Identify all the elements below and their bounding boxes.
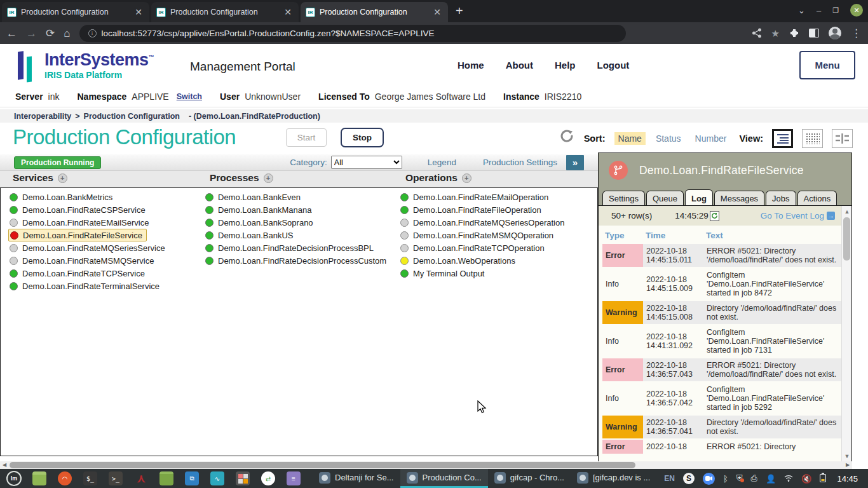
- extensions-icon[interactable]: [789, 28, 799, 38]
- taskbar-window-button[interactable]: Production Co...: [400, 469, 488, 488]
- maximize-icon[interactable]: ❐: [832, 6, 839, 15]
- expand-panel-button[interactable]: »: [566, 155, 584, 170]
- breadcrumb-interoperability[interactable]: Interoperability: [14, 112, 71, 121]
- terminal-icon[interactable]: $_: [83, 471, 97, 485]
- folder-icon[interactable]: [159, 471, 173, 485]
- sort-by-name[interactable]: Name: [614, 132, 646, 145]
- add-service-button[interactable]: +: [58, 173, 67, 183]
- log-col-type[interactable]: Type: [602, 227, 643, 243]
- scroll-left-icon[interactable]: ◀: [0, 461, 9, 469]
- portal-nav-about[interactable]: About: [506, 60, 533, 71]
- minimize-icon[interactable]: –: [817, 6, 821, 15]
- reload-icon[interactable]: ⟳: [46, 28, 55, 39]
- tab-log[interactable]: Log: [685, 189, 713, 205]
- config-item[interactable]: Demo.Loan.FindRateDecisionProcessCustom: [204, 254, 398, 267]
- tab-search-chevron-icon[interactable]: ⌄: [798, 6, 805, 15]
- tab-messages[interactable]: Messages: [714, 191, 764, 205]
- refresh-spinner-icon[interactable]: [559, 128, 575, 144]
- config-item[interactable]: Demo.Loan.FindRateFileService: [8, 229, 147, 241]
- config-item[interactable]: Demo.Loan.BankMetrics: [8, 191, 202, 203]
- scroll-up-icon[interactable]: ▲: [842, 207, 851, 216]
- view-list-button[interactable]: [772, 129, 793, 148]
- sync-app-icon[interactable]: ⇄: [261, 471, 275, 485]
- bluetooth-icon[interactable]: ᛒ: [723, 474, 728, 484]
- files-window-icon[interactable]: [32, 471, 46, 485]
- log-col-text[interactable]: Text: [703, 227, 841, 243]
- mint-menu-icon[interactable]: lm: [6, 471, 22, 486]
- scrollbar-thumb[interactable]: [843, 217, 850, 261]
- url-bar[interactable]: i localhost:52773/csp/applive/EnsPortal.…: [79, 25, 626, 42]
- add-operation-button[interactable]: +: [462, 173, 471, 183]
- sort-by-number[interactable]: Number: [691, 132, 731, 145]
- wifi-icon[interactable]: [784, 474, 793, 484]
- menu-button[interactable]: Menu: [799, 51, 855, 79]
- production-settings-link[interactable]: Production Settings: [483, 158, 557, 167]
- scroll-down-icon[interactable]: ▼: [842, 452, 851, 461]
- language-indicator[interactable]: EN: [664, 474, 675, 483]
- stop-button[interactable]: Stop: [341, 128, 384, 147]
- h-scrollbar-thumb[interactable]: [10, 462, 635, 468]
- terminal-icon-2[interactable]: >_: [109, 471, 123, 485]
- new-tab-button[interactable]: +: [448, 4, 471, 22]
- browser-menu-icon[interactable]: ⋮: [851, 28, 862, 39]
- taskbar-window-button[interactable]: Deltanji for Se...: [313, 469, 400, 488]
- config-item[interactable]: Demo.Loan.BankManana: [204, 203, 398, 216]
- taskbar-window-button[interactable]: [gifcap.dev is ...: [571, 469, 656, 488]
- red-app-icon[interactable]: ⋏: [134, 471, 148, 485]
- browser-tab[interactable]: IRProduction Configuration✕: [2, 2, 149, 22]
- tab-close-icon[interactable]: ✕: [133, 7, 144, 17]
- profile-avatar[interactable]: [829, 27, 841, 39]
- config-item[interactable]: Demo.Loan.FindRateMSMQService: [8, 254, 202, 267]
- tab-actions[interactable]: Actions: [797, 191, 837, 205]
- portal-nav-home[interactable]: Home: [458, 60, 484, 71]
- tab-queue[interactable]: Queue: [646, 191, 684, 205]
- skype-tray-icon[interactable]: S: [683, 473, 695, 484]
- view-split-button[interactable]: [832, 129, 853, 148]
- category-select[interactable]: All: [331, 156, 402, 169]
- add-process-button[interactable]: +: [264, 173, 273, 183]
- back-icon[interactable]: ←: [6, 28, 17, 39]
- tab-close-icon[interactable]: ✕: [431, 7, 443, 17]
- config-item[interactable]: Demo.Loan.FindRateFileOperation: [399, 203, 593, 216]
- printer-icon[interactable]: ⎙: [751, 473, 757, 484]
- bookmark-star-icon[interactable]: ★: [771, 29, 780, 38]
- firefox-orange-icon[interactable]: ◠: [58, 471, 72, 485]
- sort-by-status[interactable]: Status: [652, 132, 685, 145]
- close-window-icon[interactable]: ✕: [850, 4, 863, 17]
- namespace-switch-link[interactable]: Switch: [177, 92, 202, 101]
- share-icon[interactable]: [752, 28, 762, 38]
- portal-nav-help[interactable]: Help: [555, 60, 576, 71]
- view-grid-button[interactable]: [802, 129, 823, 148]
- portal-nav-logout[interactable]: Logout: [597, 60, 630, 71]
- start-button[interactable]: Start: [286, 128, 327, 147]
- page-horizontal-scrollbar[interactable]: ◀ ▶: [0, 461, 852, 469]
- zoom-tray-icon[interactable]: [703, 473, 715, 485]
- shield-icon[interactable]: ⛨: [736, 473, 743, 484]
- waveform-app-icon[interactable]: ∿: [210, 471, 224, 485]
- log-vertical-scrollbar[interactable]: ▲ ▼: [841, 206, 851, 462]
- user-tray-icon[interactable]: 👤: [766, 474, 776, 484]
- config-item[interactable]: Demo.Loan.FindRateTCPService: [8, 267, 202, 280]
- legend-link[interactable]: Legend: [428, 158, 456, 167]
- forward-icon[interactable]: →: [26, 28, 37, 39]
- calculator-icon[interactable]: [236, 471, 250, 485]
- config-item[interactable]: Demo.Loan.BankUS: [204, 229, 398, 241]
- scroll-right-icon[interactable]: ▶: [843, 461, 852, 469]
- log-refresh-icon[interactable]: [710, 211, 719, 221]
- tab-jobs[interactable]: Jobs: [766, 191, 796, 205]
- taskbar-window-button[interactable]: gifcap - Chro...: [488, 469, 571, 488]
- vscode-icon[interactable]: ⧉: [185, 471, 199, 485]
- config-item[interactable]: My Terminal Output: [399, 267, 593, 280]
- notes-app-icon[interactable]: ≡: [287, 471, 301, 485]
- config-item[interactable]: Demo.Loan.BankEven: [204, 191, 398, 203]
- go-to-event-log-link[interactable]: Go To Event Log →: [761, 211, 835, 220]
- config-item[interactable]: Demo.Loan.FindRateMSMQOperation: [399, 229, 593, 241]
- config-item[interactable]: Demo.Loan.FindRateTerminalService: [8, 280, 202, 292]
- config-item[interactable]: Demo.Loan.FindRateMQSeriesService: [8, 241, 202, 254]
- log-col-time[interactable]: Time: [643, 227, 703, 243]
- config-item[interactable]: Demo.Loan.WebOperations: [399, 254, 593, 267]
- config-item[interactable]: Demo.Loan.FindRateEMailOperation: [399, 191, 593, 203]
- tab-settings[interactable]: Settings: [602, 191, 645, 205]
- config-item[interactable]: Demo.Loan.FindRateMQSeriesOperation: [399, 216, 593, 229]
- config-item[interactable]: Demo.Loan.BankSoprano: [204, 216, 398, 229]
